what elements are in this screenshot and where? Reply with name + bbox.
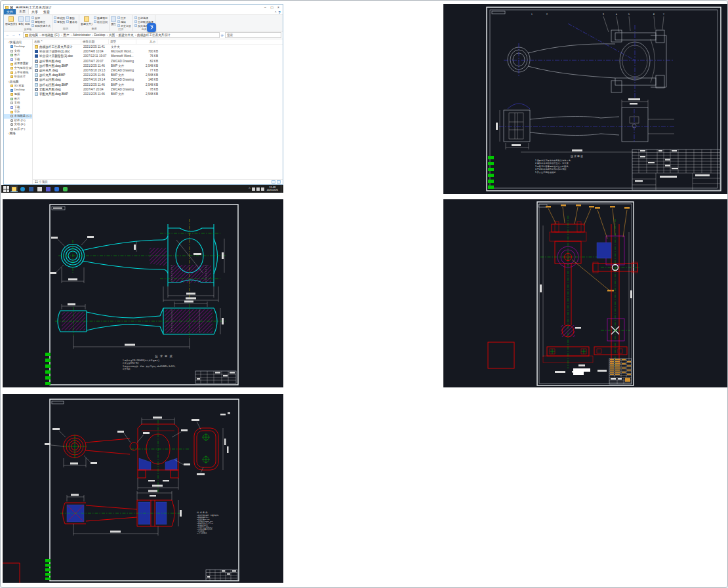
breadcrumb-segment[interactable]: 新建文件夹 <box>115 33 134 37</box>
easy-access-button[interactable]: 轻松访问 <box>94 20 108 24</box>
column-name[interactable]: 名称 ^ <box>33 39 81 45</box>
taskbar-wechat[interactable] <box>62 186 69 192</box>
collapse-ribbon-icon[interactable]: ^ <box>275 10 276 14</box>
tray-network-icon[interactable] <box>252 187 255 191</box>
nav-item[interactable]: 娱乐 (F:) <box>4 127 32 132</box>
nav-item[interactable]: 下载 <box>4 106 32 110</box>
pin-to-quick-access-button[interactable]: 固定到快速访问 <box>5 16 17 26</box>
taskbar-edge[interactable] <box>19 186 26 192</box>
file-type: 文件夹 <box>111 45 138 49</box>
ribbon-group-organize: 移动到 复制到 删除 重命名 组织 <box>52 15 79 31</box>
nav-item-icon <box>10 85 13 87</box>
nav-item[interactable]: 毕业设计 <box>4 75 32 79</box>
nav-item[interactable]: 图片 <box>4 53 32 58</box>
copy-to-button[interactable]: 复制到 <box>54 20 65 24</box>
nav-item[interactable]: 3D 对象 <box>4 84 32 88</box>
nav-item[interactable]: 图片 <box>4 97 32 102</box>
breadcrumb-segment[interactable]: Desktop <box>91 33 105 37</box>
taskbar-mail[interactable] <box>36 186 43 192</box>
tray-volume-icon[interactable] <box>256 187 260 191</box>
taskbar-word[interactable] <box>28 186 35 192</box>
side-view <box>55 301 226 349</box>
nav-item[interactable]: 文档 <box>4 49 32 54</box>
file-type: ZWCAD Drawing <box>111 69 138 72</box>
nav-quick-list: Desktop文档图片下载效果图素材空气锤毕业设计上半年图纸毕业设计 <box>4 45 32 79</box>
breadcrumb-segment[interactable]: Administrator <box>70 33 91 37</box>
file-date: 2007/4/8 10:04 <box>83 50 111 53</box>
copy-button[interactable]: 复制 <box>18 16 24 26</box>
search-input[interactable] <box>225 32 281 38</box>
column-size[interactable]: 大小 <box>136 39 157 45</box>
file-row[interactable]: 装配夹具图.dwg.BMP 2021/2/25 11:46 BMP 文件 2,5… <box>33 92 283 96</box>
nav-item[interactable]: 视频 <box>4 92 32 97</box>
file-row[interactable]: 装配夹具图.dwg 2007/4/7 20:04 ZWCAD Drawing 7… <box>33 87 283 92</box>
zwcad-floating-icon[interactable] <box>147 23 156 32</box>
taskbar-photos[interactable] <box>45 186 52 192</box>
tray-input-icon[interactable] <box>261 187 264 191</box>
help-icon[interactable]: ? <box>278 10 281 14</box>
breadcrumb[interactable]: 此电脑本地磁盘 (C:)用户AdministratorDesktop大图新建文件… <box>23 32 220 38</box>
breadcrumb-segment[interactable]: 本地磁盘 (C:) <box>39 33 60 37</box>
nav-item[interactable]: 软件 (D:) <box>4 119 32 123</box>
file-row[interactable]: 毕业设计开题报告(1).doc 2007/12/11 19:07 Microso… <box>33 54 283 58</box>
nav-item[interactable]: 下载 <box>4 58 32 62</box>
taskbar-file-explorer[interactable] <box>10 186 18 192</box>
back-icon[interactable]: ← <box>5 33 10 37</box>
minimize-button[interactable]: – <box>262 5 268 10</box>
tab-share[interactable]: 共享 <box>29 9 41 14</box>
nav-item-icon <box>10 111 13 113</box>
taskbar-zwcad[interactable] <box>53 186 60 192</box>
tab-file[interactable]: 文件 <box>4 9 16 14</box>
thumbnail-view-icon[interactable] <box>277 180 281 184</box>
tab-home[interactable]: 主页 <box>16 8 29 14</box>
file-name: 连杆夹具.dwg.BMP <box>39 73 83 77</box>
nav-item-icon <box>10 106 13 109</box>
show-desktop-button[interactable] <box>281 185 282 193</box>
nav-quick-access-header[interactable]: 快速访问 <box>4 40 32 45</box>
breadcrumb-segment[interactable]: 此电脑 <box>29 33 38 37</box>
file-row[interactable]: 连杆毛坯图.dwg 2007/4/16 19:14 ZWCAD Drawing … <box>33 77 283 82</box>
details-view-icon[interactable] <box>272 180 275 184</box>
file-row[interactable]: 连杆夹具.dwg.BMP 2021/2/25 11:46 BMP 文件 2,54… <box>33 73 283 77</box>
tab-view[interactable]: 查看 <box>41 9 52 14</box>
forward-icon[interactable]: → <box>11 33 16 37</box>
nav-item[interactable]: Desktop <box>4 88 32 92</box>
close-button[interactable]: × <box>275 5 281 10</box>
column-date-modified[interactable]: 修改日期 <box>81 39 109 45</box>
paste-button[interactable]: 粘贴 <box>25 16 30 26</box>
nav-item[interactable]: 效果图素材 <box>4 62 32 66</box>
nav-item-icon <box>10 45 13 48</box>
file-row[interactable]: 连杆零件图.dwg 2007/4/7 20:07 ZWCAD Drawing 8… <box>33 59 283 64</box>
nav-item[interactable]: 空气锤毕业设计 <box>4 66 32 71</box>
file-row[interactable]: 曲柄连杆工艺及夹具设计 2021/2/25 11:41 文件夹 <box>33 45 283 49</box>
breadcrumb-segment[interactable]: 用户 <box>60 33 70 37</box>
tray-chevron-icon[interactable]: ^ <box>249 186 250 192</box>
nav-item[interactable]: 文档 (E:) <box>4 123 32 127</box>
new-item-icon <box>94 16 96 19</box>
start-button[interactable] <box>3 186 9 192</box>
nav-item[interactable]: 音乐 <box>4 109 32 114</box>
file-row[interactable]: 连杆零件图.dwg.BMP 2021/2/25 11:46 BMP 文件 2,5… <box>33 64 283 68</box>
properties-button[interactable]: 属性 <box>111 16 116 26</box>
new-folder-button[interactable]: 新建文件夹 <box>81 16 92 26</box>
refresh-icon[interactable]: ⟳ <box>221 33 224 37</box>
rename-button[interactable]: 重命名 <box>66 20 77 24</box>
column-type[interactable]: 类型 <box>109 39 136 45</box>
nav-this-pc-header[interactable]: 此电脑 <box>4 79 32 84</box>
nav-item-icon <box>10 71 13 74</box>
maximize-button[interactable]: ▢ <box>269 5 275 10</box>
file-row[interactable]: 毕业设计说明书(1).doc 2007/4/8 10:04 Microsoft … <box>33 49 283 54</box>
breadcrumb-segment[interactable]: 大图 <box>106 33 115 37</box>
up-icon[interactable]: ↑ <box>17 33 22 37</box>
nav-item[interactable]: Desktop <box>4 45 32 49</box>
file-row[interactable]: 连杆毛坯图.dwg.BMP 2021/2/25 11:46 BMP 文件 2,5… <box>33 83 283 87</box>
taskbar-clock[interactable]: 11:482021/2/25 <box>266 186 279 192</box>
quick-access-toolbar-chevron[interactable]: ▾ <box>10 6 13 9</box>
file-type: ZWCAD Drawing <box>111 88 138 91</box>
breadcrumb-segment[interactable]: 曲柄连杆工艺及夹具设计 <box>134 33 171 37</box>
file-row[interactable]: 连杆夹具.dwg 2007/8/18 19:13 ZWCAD Drawing 7… <box>33 68 283 73</box>
nav-item[interactable]: 上半年图纸 <box>4 71 32 75</box>
nav-item[interactable]: 文档 <box>4 101 32 106</box>
nav-network[interactable]: 网络 <box>4 131 32 136</box>
nav-item[interactable]: 本地磁盘 (C:) <box>4 114 32 119</box>
